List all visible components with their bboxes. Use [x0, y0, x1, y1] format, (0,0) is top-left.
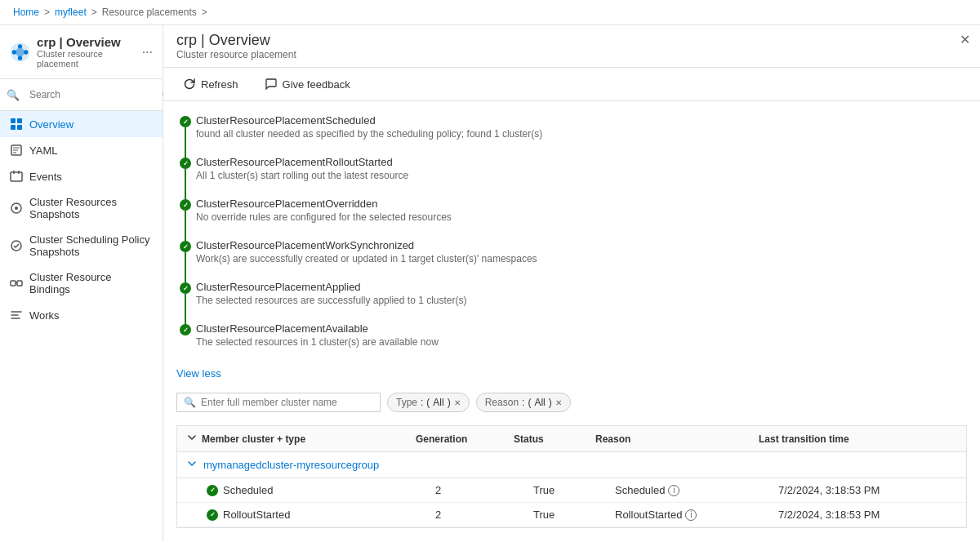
search-input[interactable] — [23, 86, 158, 104]
timeline-desc-4: The selected resources are successfully … — [196, 295, 967, 306]
row-1-name: RolloutStarted — [223, 509, 290, 521]
type-filter-sep: : — [421, 397, 423, 408]
row-0-name-cell: Scheduled — [207, 484, 435, 496]
cluster-resource-bindings-icon — [10, 277, 23, 290]
cluster-scheduling-policy-snapshots-icon — [10, 239, 23, 252]
svg-point-4 — [12, 50, 16, 54]
type-filter-badge[interactable]: Type : (All) ✕ — [387, 393, 470, 412]
view-less-link[interactable]: View less — [176, 367, 221, 380]
sidebar: crp | Overview Cluster resource placemen… — [0, 25, 163, 542]
timeline-item-1: ClusterResourcePlacementRolloutStarted A… — [196, 156, 967, 198]
sidebar-item-overview-label: Overview — [29, 118, 74, 131]
reason-filter-chevron-icon: ✕ — [555, 398, 562, 407]
row-1-generation: 2 — [435, 509, 533, 521]
toolbar: Refresh Give feedback — [163, 68, 980, 101]
row-0-last-transition: 7/2/2024, 3:18:53 PM — [778, 484, 956, 496]
reason-filter-label: Reason — [485, 397, 519, 408]
row-1-name-cell: RolloutStarted — [207, 509, 435, 521]
feedback-button[interactable]: Give feedback — [258, 74, 357, 94]
type-filter-val: All — [433, 397, 443, 408]
row-1-last-transition: 7/2/2024, 3:18:53 PM — [778, 509, 956, 521]
cluster-name-search-input[interactable] — [201, 397, 373, 408]
refresh-icon — [183, 78, 196, 91]
collapse-all-icon[interactable] — [187, 433, 197, 445]
reason-filter-badge[interactable]: Reason : (All) ✕ — [476, 393, 571, 412]
sidebar-nav: Overview YAML — [0, 111, 163, 542]
timeline-title-3: ClusterResourcePlacementWorkSynchronized — [196, 239, 967, 251]
timeline-dot-2 — [180, 199, 191, 211]
filter-bar: 🔍 Type : (All) ✕ Reason : (All) ✕ — [176, 393, 967, 412]
sidebar-item-cluster-resource-bindings-label: Cluster Resource Bindings — [29, 271, 153, 295]
type-filter-label: Type — [396, 397, 417, 408]
timeline-desc-1: All 1 cluster(s) start rolling out the l… — [196, 170, 967, 181]
sidebar-title: crp | Overview — [37, 35, 136, 49]
svg-rect-8 — [11, 125, 16, 130]
timeline-dot-5 — [180, 324, 191, 335]
reason-filter-value: ( — [528, 397, 531, 408]
overview-icon — [10, 118, 23, 131]
sidebar-item-yaml[interactable]: YAML — [0, 137, 163, 163]
table-header-member-cluster: Member cluster + type — [187, 433, 416, 445]
panel-title-group: crp | Overview Cluster resource placemen… — [176, 32, 296, 60]
timeline-desc-5: The selected resources in 1 cluster(s) a… — [196, 336, 967, 348]
yaml-icon — [10, 144, 23, 157]
sidebar-item-cluster-resources-snapshots-label: Cluster Resources Snapshots — [29, 196, 153, 220]
row-0-reason: Scheduled — [615, 484, 665, 496]
timeline-item-0: ClusterResourcePlacementScheduled found … — [196, 114, 967, 156]
row-0-status: True — [533, 484, 615, 496]
timeline-item-2: ClusterResourcePlacementOverridden No ov… — [196, 198, 967, 239]
breadcrumb-fleet[interactable]: myfleet — [55, 7, 87, 18]
sidebar-item-events[interactable]: Events — [0, 163, 163, 189]
sidebar-item-overview[interactable]: Overview — [0, 111, 163, 137]
refresh-button[interactable]: Refresh — [176, 74, 245, 94]
close-button[interactable]: ✕ — [960, 32, 970, 47]
sidebar-item-works[interactable]: Works — [0, 302, 163, 328]
row-0-info-icon[interactable]: i — [668, 485, 679, 496]
panel-title: crp | Overview — [176, 32, 296, 49]
timeline-line-2 — [185, 211, 186, 242]
row-1-status: True — [533, 509, 615, 521]
timeline-item-4: ClusterResourcePlacementApplied The sele… — [196, 281, 967, 322]
timeline-dot-3 — [180, 241, 191, 252]
generation-header-label: Generation — [416, 433, 514, 445]
cluster-group-toggle-icon[interactable] — [187, 459, 197, 471]
table-row-0: Scheduled 2 True Scheduled i 7/2/2024, 3… — [177, 478, 966, 503]
more-options-icon[interactable]: ··· — [142, 45, 153, 60]
sidebar-item-yaml-label: YAML — [29, 144, 57, 157]
svg-point-1 — [16, 47, 24, 56]
timeline-line-4 — [185, 294, 186, 326]
events-icon — [10, 170, 23, 183]
timeline-title-2: ClusterResourcePlacementOverridden — [196, 198, 967, 210]
svg-rect-9 — [17, 125, 22, 130]
status-header-label: Status — [514, 433, 595, 445]
table-row-1: RolloutStarted 2 True RolloutStarted i 7… — [177, 503, 966, 527]
row-0-status-dot — [207, 485, 218, 496]
breadcrumb-home[interactable]: Home — [13, 7, 39, 18]
sidebar-item-works-label: Works — [29, 309, 60, 322]
row-1-info-icon[interactable]: i — [685, 509, 697, 521]
cluster-group-name-link[interactable]: mymanagedcluster-myresourcegroup — [203, 459, 379, 471]
content-body: ClusterResourcePlacementScheduled found … — [163, 101, 980, 542]
svg-rect-21 — [17, 281, 22, 286]
timeline-title-1: ClusterResourcePlacementRolloutStarted — [196, 156, 967, 168]
timeline-item-5: ClusterResourcePlacementAvailable The se… — [196, 322, 967, 354]
sidebar-item-cluster-scheduling-policy-snapshots-label: Cluster Scheduling Policy Snapshots — [29, 233, 153, 258]
reason-header-label: Reason — [595, 433, 759, 445]
sidebar-item-cluster-resource-bindings[interactable]: Cluster Resource Bindings — [0, 264, 163, 302]
timeline-line-1 — [185, 169, 186, 201]
row-1-reason: RolloutStarted — [615, 509, 682, 521]
svg-point-18 — [15, 207, 18, 210]
feedback-label: Give feedback — [283, 78, 350, 91]
svg-rect-6 — [11, 118, 16, 123]
sidebar-header: crp | Overview Cluster resource placemen… — [0, 25, 163, 79]
reason-filter-val: All — [534, 397, 545, 408]
timeline-line-0 — [185, 127, 186, 159]
sidebar-item-cluster-resources-snapshots[interactable]: Cluster Resources Snapshots — [0, 189, 163, 227]
timeline-title-5: ClusterResourcePlacementAvailable — [196, 322, 967, 335]
timeline-desc-2: No override rules are configured for the… — [196, 211, 967, 223]
reason-filter-sep: : — [522, 397, 524, 408]
timeline-item-3: ClusterResourcePlacementWorkSynchronized… — [196, 239, 967, 281]
sidebar-item-cluster-scheduling-policy-snapshots[interactable]: Cluster Scheduling Policy Snapshots — [0, 227, 163, 264]
sidebar-item-events-label: Events — [29, 171, 62, 183]
svg-point-3 — [18, 56, 22, 60]
